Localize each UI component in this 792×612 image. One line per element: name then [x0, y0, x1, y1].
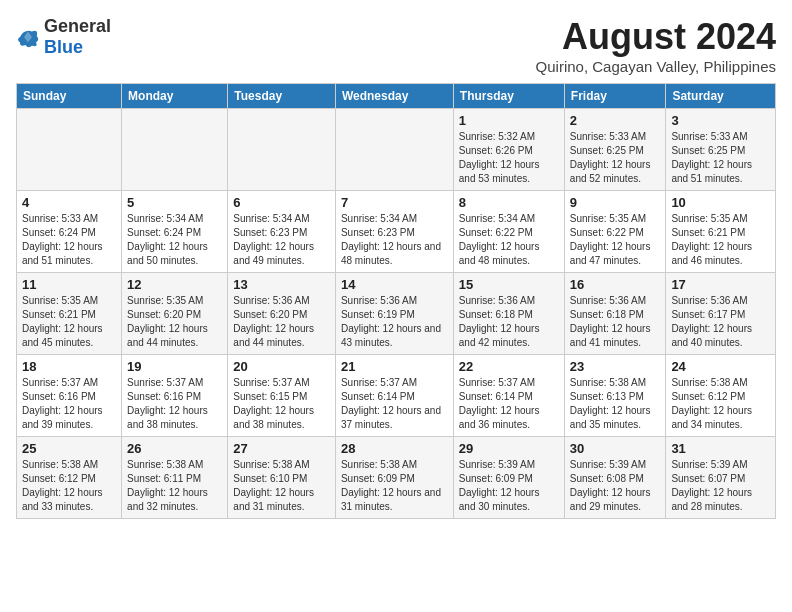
day-cell: [17, 109, 122, 191]
day-number: 2: [570, 113, 661, 128]
day-number: 3: [671, 113, 770, 128]
day-number: 13: [233, 277, 330, 292]
day-cell: 9Sunrise: 5:35 AM Sunset: 6:22 PM Daylig…: [564, 191, 666, 273]
day-info: Sunrise: 5:38 AM Sunset: 6:11 PM Dayligh…: [127, 458, 222, 514]
day-number: 1: [459, 113, 559, 128]
day-info: Sunrise: 5:37 AM Sunset: 6:16 PM Dayligh…: [22, 376, 116, 432]
calendar-body: 1Sunrise: 5:32 AM Sunset: 6:26 PM Daylig…: [17, 109, 776, 519]
day-number: 8: [459, 195, 559, 210]
day-number: 20: [233, 359, 330, 374]
day-cell: 18Sunrise: 5:37 AM Sunset: 6:16 PM Dayli…: [17, 355, 122, 437]
week-row-1: 1Sunrise: 5:32 AM Sunset: 6:26 PM Daylig…: [17, 109, 776, 191]
day-cell: 26Sunrise: 5:38 AM Sunset: 6:11 PM Dayli…: [122, 437, 228, 519]
day-cell: 30Sunrise: 5:39 AM Sunset: 6:08 PM Dayli…: [564, 437, 666, 519]
day-number: 26: [127, 441, 222, 456]
day-info: Sunrise: 5:35 AM Sunset: 6:22 PM Dayligh…: [570, 212, 661, 268]
day-cell: 28Sunrise: 5:38 AM Sunset: 6:09 PM Dayli…: [335, 437, 453, 519]
day-info: Sunrise: 5:33 AM Sunset: 6:24 PM Dayligh…: [22, 212, 116, 268]
day-number: 28: [341, 441, 448, 456]
header-day-thursday: Thursday: [453, 84, 564, 109]
day-number: 7: [341, 195, 448, 210]
day-number: 14: [341, 277, 448, 292]
day-info: Sunrise: 5:37 AM Sunset: 6:15 PM Dayligh…: [233, 376, 330, 432]
day-info: Sunrise: 5:37 AM Sunset: 6:14 PM Dayligh…: [341, 376, 448, 432]
day-cell: 11Sunrise: 5:35 AM Sunset: 6:21 PM Dayli…: [17, 273, 122, 355]
day-cell: 15Sunrise: 5:36 AM Sunset: 6:18 PM Dayli…: [453, 273, 564, 355]
day-number: 4: [22, 195, 116, 210]
calendar-header: SundayMondayTuesdayWednesdayThursdayFrid…: [17, 84, 776, 109]
header-row: SundayMondayTuesdayWednesdayThursdayFrid…: [17, 84, 776, 109]
day-number: 30: [570, 441, 661, 456]
day-info: Sunrise: 5:39 AM Sunset: 6:08 PM Dayligh…: [570, 458, 661, 514]
day-number: 5: [127, 195, 222, 210]
day-info: Sunrise: 5:33 AM Sunset: 6:25 PM Dayligh…: [570, 130, 661, 186]
header-day-wednesday: Wednesday: [335, 84, 453, 109]
day-number: 27: [233, 441, 330, 456]
day-info: Sunrise: 5:34 AM Sunset: 6:23 PM Dayligh…: [341, 212, 448, 268]
day-number: 16: [570, 277, 661, 292]
day-cell: 4Sunrise: 5:33 AM Sunset: 6:24 PM Daylig…: [17, 191, 122, 273]
day-info: Sunrise: 5:38 AM Sunset: 6:12 PM Dayligh…: [22, 458, 116, 514]
day-cell: 12Sunrise: 5:35 AM Sunset: 6:20 PM Dayli…: [122, 273, 228, 355]
day-cell: [335, 109, 453, 191]
day-number: 6: [233, 195, 330, 210]
header-day-saturday: Saturday: [666, 84, 776, 109]
logo-icon: [16, 25, 40, 49]
day-cell: 23Sunrise: 5:38 AM Sunset: 6:13 PM Dayli…: [564, 355, 666, 437]
day-number: 11: [22, 277, 116, 292]
calendar-table: SundayMondayTuesdayWednesdayThursdayFrid…: [16, 83, 776, 519]
day-number: 25: [22, 441, 116, 456]
subtitle: Quirino, Cagayan Valley, Philippines: [536, 58, 776, 75]
day-cell: 22Sunrise: 5:37 AM Sunset: 6:14 PM Dayli…: [453, 355, 564, 437]
day-cell: [122, 109, 228, 191]
day-info: Sunrise: 5:36 AM Sunset: 6:18 PM Dayligh…: [570, 294, 661, 350]
day-cell: 3Sunrise: 5:33 AM Sunset: 6:25 PM Daylig…: [666, 109, 776, 191]
day-cell: 17Sunrise: 5:36 AM Sunset: 6:17 PM Dayli…: [666, 273, 776, 355]
day-info: Sunrise: 5:36 AM Sunset: 6:18 PM Dayligh…: [459, 294, 559, 350]
day-cell: 5Sunrise: 5:34 AM Sunset: 6:24 PM Daylig…: [122, 191, 228, 273]
day-info: Sunrise: 5:34 AM Sunset: 6:24 PM Dayligh…: [127, 212, 222, 268]
day-cell: 19Sunrise: 5:37 AM Sunset: 6:16 PM Dayli…: [122, 355, 228, 437]
logo-text: General Blue: [44, 16, 111, 58]
day-number: 31: [671, 441, 770, 456]
logo-general: General: [44, 16, 111, 36]
day-info: Sunrise: 5:36 AM Sunset: 6:19 PM Dayligh…: [341, 294, 448, 350]
day-cell: 31Sunrise: 5:39 AM Sunset: 6:07 PM Dayli…: [666, 437, 776, 519]
day-info: Sunrise: 5:33 AM Sunset: 6:25 PM Dayligh…: [671, 130, 770, 186]
day-info: Sunrise: 5:38 AM Sunset: 6:10 PM Dayligh…: [233, 458, 330, 514]
day-info: Sunrise: 5:37 AM Sunset: 6:14 PM Dayligh…: [459, 376, 559, 432]
day-cell: 16Sunrise: 5:36 AM Sunset: 6:18 PM Dayli…: [564, 273, 666, 355]
day-cell: 10Sunrise: 5:35 AM Sunset: 6:21 PM Dayli…: [666, 191, 776, 273]
header-day-sunday: Sunday: [17, 84, 122, 109]
day-info: Sunrise: 5:39 AM Sunset: 6:07 PM Dayligh…: [671, 458, 770, 514]
day-number: 12: [127, 277, 222, 292]
day-number: 15: [459, 277, 559, 292]
day-cell: 2Sunrise: 5:33 AM Sunset: 6:25 PM Daylig…: [564, 109, 666, 191]
day-number: 9: [570, 195, 661, 210]
day-cell: 21Sunrise: 5:37 AM Sunset: 6:14 PM Dayli…: [335, 355, 453, 437]
day-cell: 27Sunrise: 5:38 AM Sunset: 6:10 PM Dayli…: [228, 437, 336, 519]
day-number: 19: [127, 359, 222, 374]
day-info: Sunrise: 5:35 AM Sunset: 6:21 PM Dayligh…: [22, 294, 116, 350]
day-info: Sunrise: 5:34 AM Sunset: 6:23 PM Dayligh…: [233, 212, 330, 268]
main-title: August 2024: [536, 16, 776, 58]
day-info: Sunrise: 5:37 AM Sunset: 6:16 PM Dayligh…: [127, 376, 222, 432]
day-cell: [228, 109, 336, 191]
day-info: Sunrise: 5:32 AM Sunset: 6:26 PM Dayligh…: [459, 130, 559, 186]
day-number: 29: [459, 441, 559, 456]
day-cell: 14Sunrise: 5:36 AM Sunset: 6:19 PM Dayli…: [335, 273, 453, 355]
week-row-3: 11Sunrise: 5:35 AM Sunset: 6:21 PM Dayli…: [17, 273, 776, 355]
week-row-2: 4Sunrise: 5:33 AM Sunset: 6:24 PM Daylig…: [17, 191, 776, 273]
day-info: Sunrise: 5:36 AM Sunset: 6:20 PM Dayligh…: [233, 294, 330, 350]
header: General Blue August 2024 Quirino, Cagaya…: [16, 16, 776, 75]
logo: General Blue: [16, 16, 111, 58]
day-cell: 25Sunrise: 5:38 AM Sunset: 6:12 PM Dayli…: [17, 437, 122, 519]
week-row-5: 25Sunrise: 5:38 AM Sunset: 6:12 PM Dayli…: [17, 437, 776, 519]
day-number: 10: [671, 195, 770, 210]
day-number: 23: [570, 359, 661, 374]
day-cell: 1Sunrise: 5:32 AM Sunset: 6:26 PM Daylig…: [453, 109, 564, 191]
day-info: Sunrise: 5:34 AM Sunset: 6:22 PM Dayligh…: [459, 212, 559, 268]
header-day-tuesday: Tuesday: [228, 84, 336, 109]
day-number: 24: [671, 359, 770, 374]
day-cell: 6Sunrise: 5:34 AM Sunset: 6:23 PM Daylig…: [228, 191, 336, 273]
